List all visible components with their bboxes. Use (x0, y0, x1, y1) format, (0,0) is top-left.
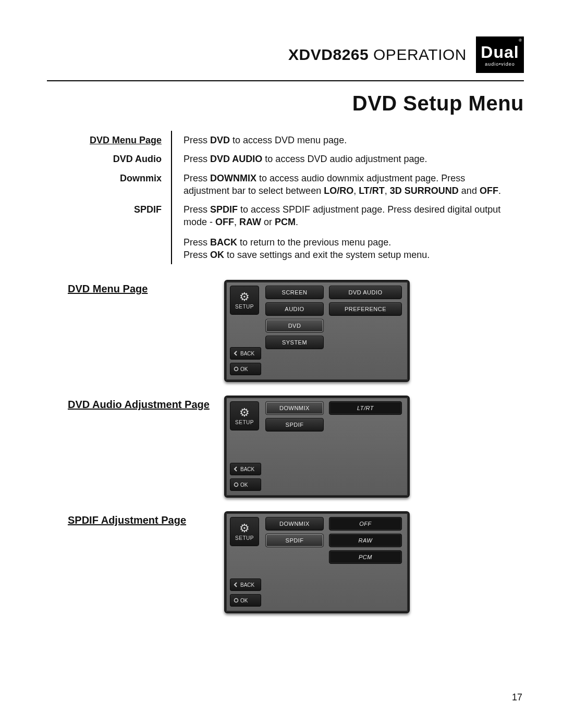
ok-label: OK (240, 598, 248, 603)
figure-dvd-audio: DVD Audio Adjustment Page ⚙ SETUPBACKOKD… (68, 396, 503, 498)
menu-column-2: DVD AUDIOPREFERENCE (329, 286, 402, 316)
back-arrow-icon (234, 582, 239, 587)
ok-button[interactable]: OK (230, 363, 261, 375)
back-label: BACK (240, 466, 254, 472)
setup-button[interactable]: ⚙ SETUP (230, 517, 259, 546)
def-label: SPDIF (68, 200, 172, 264)
menu-column-1: SCREENAUDIODVDSYSTEM (265, 286, 324, 349)
section-title: DVD Setup Menu (47, 92, 524, 115)
ok-button[interactable]: OK (230, 594, 261, 607)
menu-item[interactable]: SPDIF (265, 418, 324, 431)
definition-list: DVD Menu PagePress DVD to access DVD men… (68, 131, 503, 264)
page-number: 17 (512, 692, 522, 703)
value-item[interactable]: PCM (329, 550, 402, 564)
registered-mark: ® (519, 38, 522, 43)
menu-item[interactable]: SCREEN (265, 286, 324, 299)
setup-label: SETUP (235, 535, 254, 541)
ok-label: OK (240, 366, 248, 372)
svg-point-2 (235, 599, 238, 602)
value-item[interactable]: LT/RT (329, 401, 402, 415)
manual-page: XDVD8265 OPERATION ® Dual audio•video DV… (0, 0, 563, 728)
svg-point-0 (235, 367, 238, 371)
menu-column-2: LT/RT (329, 401, 402, 415)
def-body: Press DOWNMIX to access audio downmix ad… (172, 169, 503, 201)
menu-item[interactable]: DOWNMIX (265, 401, 324, 415)
brand-logo-sub: audio•video (485, 61, 515, 67)
def-label: Downmix (68, 169, 172, 201)
setup-button[interactable]: ⚙ SETUP (230, 401, 259, 430)
def-body: Press DVD to access DVD menu page. (172, 131, 503, 150)
menu-item[interactable]: DOWNMIX (265, 517, 324, 530)
header-rule (47, 80, 524, 81)
def-body: Press DVD AUDIO to access DVD audio adju… (172, 150, 503, 168)
figure-caption: DVD Audio Adjustment Page (68, 396, 224, 411)
figure-caption: SPDIF Adjustment Page (68, 511, 224, 526)
gear-icon: ⚙ (239, 291, 250, 303)
ok-circle-icon (234, 366, 239, 372)
value-item[interactable]: RAW (329, 534, 402, 547)
header-title: XDVD8265 OPERATION (288, 46, 467, 64)
header-word-text: OPERATION (373, 46, 467, 63)
model-number: XDVD8265 (288, 46, 369, 63)
figure-caption: DVD Menu Page (68, 280, 224, 295)
back-button[interactable]: BACK (230, 578, 261, 591)
menu-item[interactable]: AUDIO (265, 302, 324, 316)
figure-dvd-menu: DVD Menu Page ⚙ SETUPBACKOKSCREENAUDIODV… (68, 280, 503, 382)
gear-icon: ⚙ (239, 523, 250, 534)
submenu-item[interactable]: PREFERENCE (329, 302, 402, 316)
device-screen-spdif: ⚙ SETUPBACKOKDOWNMIXSPDIFOFFRAWPCM (224, 511, 410, 613)
menu-column-1: DOWNMIXSPDIF (265, 517, 324, 547)
def-label: DVD Audio (68, 150, 172, 168)
page-header: XDVD8265 OPERATION ® Dual audio•video (47, 36, 524, 73)
submenu-item[interactable]: DVD AUDIO (329, 286, 402, 299)
back-arrow-icon (234, 351, 239, 356)
menu-column-2: OFFRAWPCM (329, 517, 402, 564)
back-button[interactable]: BACK (230, 347, 261, 360)
back-label: BACK (240, 582, 254, 588)
setup-label: SETUP (235, 304, 254, 310)
device-screen-dvd-audio: ⚙ SETUPBACKOKDOWNMIXSPDIFLT/RT (224, 396, 410, 498)
ok-circle-icon (234, 482, 239, 487)
setup-button[interactable]: ⚙ SETUP (230, 286, 259, 315)
figure-spdif: SPDIF Adjustment Page ⚙ SETUPBACKOKDOWNM… (68, 511, 503, 613)
ok-label: OK (240, 482, 248, 488)
menu-item[interactable]: SYSTEM (265, 336, 324, 349)
ok-button[interactable]: OK (230, 478, 261, 491)
device-screen-dvd-menu: ⚙ SETUPBACKOKSCREENAUDIODVDSYSTEMDVD AUD… (224, 280, 410, 382)
menu-item[interactable]: DVD (265, 319, 324, 332)
menu-item[interactable]: SPDIF (265, 534, 324, 547)
def-label: DVD Menu Page (68, 131, 172, 150)
back-label: BACK (240, 351, 254, 356)
menu-column-1: DOWNMIXSPDIF (265, 401, 324, 431)
brand-logo: ® Dual audio•video (476, 36, 524, 73)
back-arrow-icon (234, 466, 239, 472)
svg-point-1 (235, 483, 238, 487)
def-body: Press SPDIF to access SPDIF adjustment p… (172, 200, 503, 264)
gear-icon: ⚙ (239, 407, 250, 418)
ok-circle-icon (234, 598, 239, 603)
brand-logo-text: Dual (481, 44, 519, 60)
back-button[interactable]: BACK (230, 463, 261, 475)
setup-label: SETUP (235, 419, 254, 425)
value-item[interactable]: OFF (329, 517, 402, 530)
